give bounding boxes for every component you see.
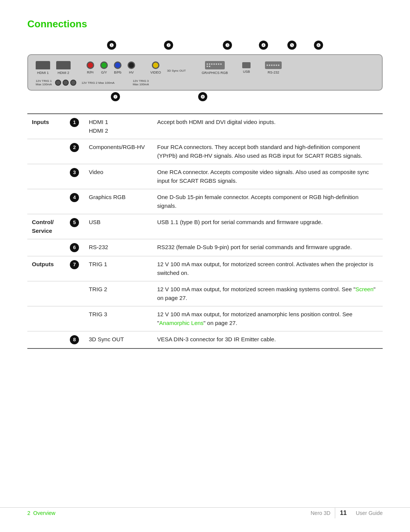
badge-5: 5 bbox=[65, 214, 84, 239]
page-container: Connections ❶ ❷ ❸ ❹ ❺ ❻ HDMI 1 bbox=[0, 0, 410, 372]
diagram-wrapper: ❶ ❷ ❸ ❹ ❺ ❻ HDMI 1 HDMI 2 bbox=[27, 41, 383, 106]
sync-out-group: 3D Sync OUT bbox=[167, 64, 186, 72]
page-number: 11 bbox=[340, 510, 347, 516]
desc-component: Four RCA connectors. They accept both st… bbox=[153, 139, 383, 164]
desc-usb: USB 1.1 (type B) port for serial command… bbox=[153, 214, 383, 239]
rpr-connector: R/Pr bbox=[87, 61, 94, 74]
dsub-pin-array bbox=[207, 63, 223, 67]
dsub-pin bbox=[207, 66, 208, 67]
section-control: Control/Service bbox=[27, 214, 65, 239]
hdmi2-label: HDMI 2 bbox=[58, 71, 69, 75]
label-component: Components/RGB-HV bbox=[84, 139, 153, 164]
label-trig3: TRIG 3 bbox=[84, 306, 153, 331]
rs232-pin bbox=[269, 64, 270, 66]
hdmi1-port bbox=[36, 61, 50, 69]
rs232-pin bbox=[273, 64, 275, 66]
table-row-rs232: 6 RS-232 RS232 (female D-Sub 9-pin) port… bbox=[27, 239, 383, 256]
panel-row-2: 12V TRIG 1Max 100mA 12V TRIG 2 Max 100mA… bbox=[36, 78, 374, 86]
badge-circle-4: 4 bbox=[70, 193, 79, 202]
table-row-video: 3 Video One RCA connector. Accepts compo… bbox=[27, 164, 383, 189]
footer: 2 Overview Nero 3D 11 User Guide bbox=[0, 507, 410, 518]
callout-5: ❺ bbox=[287, 41, 296, 50]
table-row-usb: Control/Service 5 USB USB 1.1 (type B) p… bbox=[27, 214, 383, 239]
label-trig2: TRIG 2 bbox=[84, 281, 153, 306]
gy-port bbox=[100, 61, 108, 69]
bpb-port bbox=[114, 61, 121, 69]
rs232-pins bbox=[266, 64, 280, 66]
table-row-trig2: TRIG 2 12 V 100 mA max output, for motor… bbox=[27, 281, 383, 306]
trig1-port bbox=[55, 80, 61, 86]
desc-video: One RCA connector. Accepts composite vid… bbox=[153, 164, 383, 189]
dsub-pin bbox=[216, 63, 217, 65]
graphics-rgb-port bbox=[205, 61, 225, 69]
section-outputs: Outputs bbox=[27, 256, 65, 281]
section-number: 2 bbox=[27, 510, 30, 516]
link-anamorphic[interactable]: Anamorphic Lens bbox=[159, 320, 203, 326]
badge-circle-1: 1 bbox=[70, 118, 79, 127]
section-inputs: Inputs bbox=[27, 114, 65, 139]
trig-ports bbox=[55, 80, 76, 86]
desc-trig1: 12 V 100 mA max output, for motorized sc… bbox=[153, 256, 383, 281]
section-blank-4 bbox=[27, 239, 65, 256]
hdmi1-label: HDMI 1 bbox=[37, 71, 49, 75]
label-sync-out: 3D Sync OUT bbox=[84, 331, 153, 349]
label-rs232: RS-232 bbox=[84, 239, 153, 256]
badge-2: 2 bbox=[65, 139, 84, 164]
rs232-pin bbox=[266, 64, 268, 66]
rs232-label: RS-232 bbox=[268, 71, 279, 74]
badge-8: 8 bbox=[65, 331, 84, 349]
desc-hdmi: Accept both HDMI and DVI digital video i… bbox=[153, 114, 383, 139]
trig2-label: 12V TRIG 2 Max 100mA bbox=[82, 81, 115, 85]
callout-1: ❶ bbox=[107, 41, 116, 50]
rs232-port bbox=[265, 61, 282, 69]
top-callout-row: ❶ ❷ ❸ ❹ ❺ ❻ bbox=[27, 41, 383, 54]
bottom-callout-row: ❼ ❽ bbox=[27, 92, 383, 106]
badge-circle-5: 5 bbox=[70, 218, 79, 227]
panel-diagram: HDMI 1 HDMI 2 R/Pr G/Y bbox=[27, 54, 383, 91]
dsub-pin bbox=[220, 63, 222, 65]
section-blank-3 bbox=[27, 189, 65, 214]
badge-circle-2: 2 bbox=[70, 143, 79, 152]
bpb-connector: B/Pb bbox=[114, 61, 121, 74]
badge-7: 7 bbox=[65, 256, 84, 281]
rs232-pin bbox=[271, 64, 273, 66]
table-row-trig1: Outputs 7 TRIG 1 12 V 100 mA max output,… bbox=[27, 256, 383, 281]
badge-blank-2 bbox=[65, 306, 84, 331]
video-connector: VIDEO bbox=[150, 61, 161, 74]
dsub-pin bbox=[211, 63, 213, 65]
desc-rs232: RS232 (female D-Sub 9-pin) port for seri… bbox=[153, 239, 383, 256]
label-trig1: TRIG 1 bbox=[84, 256, 153, 281]
dsub-pin bbox=[213, 63, 215, 65]
rs232-connector: RS-232 bbox=[265, 61, 282, 74]
badge-circle-7: 7 bbox=[70, 260, 79, 269]
rs232-pin bbox=[278, 64, 279, 66]
callout-7: ❼ bbox=[111, 92, 120, 101]
section-blank-6 bbox=[27, 306, 65, 331]
rpr-label: R/Pr bbox=[87, 71, 94, 74]
label-hdmi: HDMI 1HDMI 2 bbox=[84, 114, 153, 139]
usb-port bbox=[242, 62, 251, 68]
callout-2: ❷ bbox=[164, 41, 173, 50]
footer-divider bbox=[335, 508, 335, 518]
callout-3: ❸ bbox=[223, 41, 232, 50]
section-blank-5 bbox=[27, 281, 65, 306]
label-usb: USB bbox=[84, 214, 153, 239]
sync-out-label: 3D Sync OUT bbox=[167, 69, 186, 72]
desc-trig3: 12 V 100 mA max output, for motorized an… bbox=[153, 306, 383, 331]
trig3-port bbox=[70, 80, 76, 86]
section-blank-7 bbox=[27, 331, 65, 349]
hdmi2-port bbox=[56, 61, 71, 69]
table-row-graphics: 4 Graphics RGB One D-Sub 15-pin female c… bbox=[27, 189, 383, 214]
desc-trig2: 12 V 100 mA max output, for motorized sc… bbox=[153, 281, 383, 306]
dsub-pin bbox=[218, 63, 219, 65]
label-graphics: Graphics RGB bbox=[84, 189, 153, 214]
badge-circle-8: 8 bbox=[70, 335, 79, 344]
label-video: Video bbox=[84, 164, 153, 189]
product-name: Nero 3D bbox=[311, 510, 330, 516]
link-screen[interactable]: Screen bbox=[355, 286, 374, 292]
section-label[interactable]: Overview bbox=[33, 510, 55, 516]
hdmi2-connector: HDMI 2 bbox=[56, 61, 71, 75]
page-title: Connections bbox=[27, 18, 383, 30]
table-row-hdmi: Inputs 1 HDMI 1HDMI 2 Accept both HDMI a… bbox=[27, 114, 383, 139]
callout-4: ❹ bbox=[259, 41, 268, 50]
